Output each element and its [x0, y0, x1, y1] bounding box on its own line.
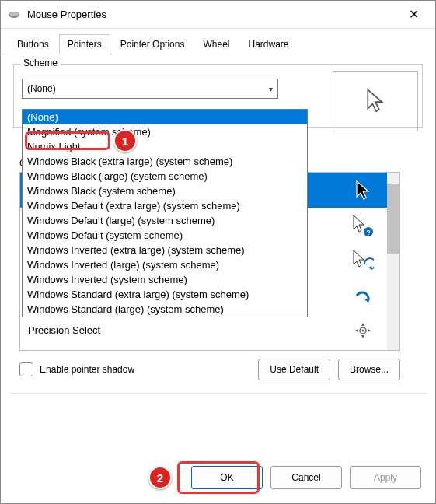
scheme-option[interactable]: Numix Light [23, 139, 307, 154]
scheme-legend: Scheme [20, 58, 61, 68]
tab-buttons[interactable]: Buttons [9, 34, 58, 54]
tab-pointer-options[interactable]: Pointer Options [112, 34, 194, 54]
cancel-button[interactable]: Cancel [270, 466, 342, 489]
dialog-buttons: OK Cancel Apply [191, 466, 421, 489]
list-item-cursor-icon: ? [350, 214, 376, 237]
chevron-down-icon: ▾ [269, 85, 273, 93]
mouse-icon [7, 10, 21, 19]
scheme-option[interactable]: Windows Standard (extra large) (system s… [23, 287, 307, 302]
listbox-scrollbar[interactable] [387, 173, 399, 350]
scheme-selected-value: (None) [27, 83, 56, 94]
scheme-option[interactable]: (None) [23, 110, 307, 124]
scheme-option[interactable]: Windows Black (large) (system scheme) [23, 169, 307, 184]
scheme-option[interactable]: Windows Default (large) (system scheme) [23, 213, 307, 228]
ok-button[interactable]: OK [191, 466, 263, 489]
pointer-shadow-checkbox[interactable] [19, 362, 33, 376]
tab-wheel[interactable]: Wheel [194, 34, 238, 54]
pointer-shadow-label: Enable pointer shadow [40, 364, 250, 375]
list-item-cursor-icon [350, 249, 376, 272]
use-default-button[interactable]: Use Default [258, 359, 330, 380]
scheme-option[interactable]: Magnified (system scheme) [23, 124, 307, 139]
scheme-option[interactable]: Windows Inverted (large) (system scheme) [23, 257, 307, 272]
list-item[interactable]: Precision Select [20, 313, 387, 348]
pointer-preview [333, 71, 418, 131]
scheme-option[interactable]: Windows Inverted (system scheme) [23, 272, 307, 287]
scroll-thumb[interactable] [387, 184, 399, 254]
tab-pointers[interactable]: Pointers [59, 34, 110, 54]
svg-point-5 [362, 329, 364, 331]
tab-hardware[interactable]: Hardware [239, 34, 297, 54]
separator [10, 393, 426, 394]
close-button[interactable]: ✕ [398, 7, 429, 22]
list-item-label: Precision Select [28, 324, 100, 336]
tab-strip: Buttons Pointers Pointer Options Wheel H… [1, 29, 435, 54]
window-title: Mouse Properties [27, 9, 398, 20]
apply-button[interactable]: Apply [350, 466, 421, 489]
options-row: Enable pointer shadow Use Default Browse… [19, 359, 400, 380]
annotation-badge-1: 1 [113, 129, 137, 152]
annotation-badge-2: 2 [148, 466, 172, 489]
list-item-cursor-icon [350, 320, 376, 341]
cursor-arrow-icon [365, 88, 385, 114]
scheme-dropdown[interactable]: (None)Magnified (system scheme)Numix Lig… [22, 109, 308, 317]
browse-button[interactable]: Browse... [338, 359, 400, 380]
list-item-cursor-icon [350, 285, 376, 306]
scheme-option[interactable]: Windows Default (system scheme) [23, 228, 307, 243]
scheme-option[interactable]: Windows Standard (large) (system scheme) [23, 302, 307, 317]
titlebar: Mouse Properties ✕ [1, 1, 435, 29]
scheme-option[interactable]: Windows Black (system scheme) [23, 184, 307, 198]
svg-point-1 [9, 12, 19, 16]
list-item-cursor-icon [350, 180, 376, 201]
scheme-option[interactable]: Windows Default (extra large) (system sc… [23, 198, 307, 213]
scheme-combobox[interactable]: (None) ▾ (None)Magnified (system scheme)… [22, 79, 278, 99]
scheme-option[interactable]: Windows Inverted (extra large) (system s… [23, 243, 307, 257]
svg-text:?: ? [366, 229, 371, 236]
scheme-option[interactable]: Windows Black (extra large) (system sche… [23, 154, 307, 169]
